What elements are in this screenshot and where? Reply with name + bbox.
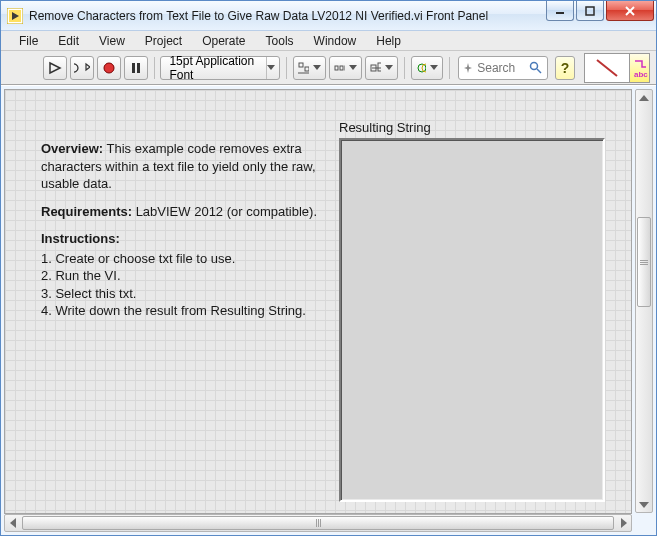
svg-text:abc: abc xyxy=(634,70,648,79)
svg-marker-34 xyxy=(10,518,16,528)
scroll-up-arrow-icon[interactable] xyxy=(636,90,652,107)
svg-rect-13 xyxy=(299,63,303,67)
close-button[interactable] xyxy=(606,1,654,21)
menu-operate[interactable]: Operate xyxy=(192,32,255,50)
pause-button[interactable] xyxy=(124,56,148,80)
vi-icon-pane[interactable] xyxy=(584,53,630,83)
window-controls xyxy=(544,1,654,23)
scroll-right-arrow-icon[interactable] xyxy=(614,515,631,531)
minimize-button[interactable] xyxy=(546,1,574,21)
instruction-step-4: 4. Write down the result from Resulting … xyxy=(41,302,341,320)
scroll-left-arrow-icon[interactable] xyxy=(5,515,22,531)
svg-line-30 xyxy=(537,69,541,73)
chevron-down-icon xyxy=(313,65,321,70)
instruction-step-2: 2. Run the VI. xyxy=(41,267,341,285)
svg-marker-8 xyxy=(86,64,90,70)
menu-tools[interactable]: Tools xyxy=(256,32,304,50)
chevron-down-icon xyxy=(385,65,393,70)
run-button[interactable] xyxy=(43,56,67,80)
search-placeholder: Search xyxy=(477,61,525,75)
svg-marker-35 xyxy=(621,518,627,528)
svg-marker-16 xyxy=(313,65,321,70)
hscroll-thumb[interactable] xyxy=(22,516,614,530)
connector-pane-button[interactable]: abc xyxy=(630,53,650,83)
svg-marker-7 xyxy=(50,63,60,73)
chevron-down-icon xyxy=(266,57,276,79)
pin-icon xyxy=(463,63,473,73)
scroll-down-arrow-icon[interactable] xyxy=(636,495,652,512)
toolbar-separator xyxy=(154,57,155,79)
svg-rect-17 xyxy=(335,66,338,70)
hscroll-track[interactable] xyxy=(22,515,614,531)
vscroll-track[interactable] xyxy=(636,107,652,495)
overview-label: Overview: xyxy=(41,141,103,156)
menu-view[interactable]: View xyxy=(89,32,135,50)
font-label: 15pt Application Font xyxy=(169,54,259,82)
run-continuously-button[interactable] xyxy=(70,56,94,80)
vertical-scrollbar[interactable] xyxy=(635,89,653,513)
svg-rect-14 xyxy=(305,67,309,71)
toolbar-right-group: abc xyxy=(578,53,650,83)
reorder-button[interactable] xyxy=(411,56,444,80)
resulting-string-indicator[interactable] xyxy=(339,138,605,502)
svg-point-29 xyxy=(531,62,538,69)
resize-objects-button[interactable] xyxy=(365,56,398,80)
menu-window[interactable]: Window xyxy=(304,32,367,50)
abort-button[interactable] xyxy=(97,56,121,80)
toolbar: 15pt Application Font xyxy=(1,51,656,85)
svg-marker-28 xyxy=(464,63,472,73)
align-objects-button[interactable] xyxy=(293,56,326,80)
toolbar-separator xyxy=(404,57,405,79)
svg-rect-22 xyxy=(378,63,381,71)
resulting-string-label: Resulting String xyxy=(339,120,431,135)
titlebar: Remove Characters from Text File to Give… xyxy=(1,1,656,31)
svg-marker-37 xyxy=(639,502,649,508)
vscroll-thumb[interactable] xyxy=(637,217,651,307)
svg-marker-20 xyxy=(349,65,357,70)
requirements-label: Requirements: xyxy=(41,204,132,219)
client-area: Overview: This example code removes extr… xyxy=(1,85,656,535)
svg-rect-10 xyxy=(132,63,135,73)
svg-point-9 xyxy=(104,63,114,73)
search-icon xyxy=(529,61,543,75)
instruction-step-1: 1. Create or choose txt file to use. xyxy=(41,250,341,268)
svg-rect-4 xyxy=(586,7,594,15)
chevron-down-icon xyxy=(430,65,438,70)
context-help-button[interactable]: ? xyxy=(555,56,575,80)
font-selector[interactable]: 15pt Application Font xyxy=(160,56,280,80)
labview-icon xyxy=(7,8,23,24)
svg-rect-11 xyxy=(137,63,140,73)
panel-wrap: Overview: This example code removes extr… xyxy=(1,86,635,535)
svg-marker-24 xyxy=(385,65,393,70)
menu-help[interactable]: Help xyxy=(366,32,411,50)
svg-marker-27 xyxy=(430,65,438,70)
toolbar-separator xyxy=(449,57,450,79)
toolbar-separator xyxy=(286,57,287,79)
instructions-label: Instructions: xyxy=(41,231,120,246)
chevron-down-icon xyxy=(349,65,357,70)
horizontal-scrollbar[interactable] xyxy=(4,514,632,532)
svg-marker-12 xyxy=(267,65,275,70)
search-box[interactable]: Search xyxy=(458,56,548,80)
instruction-step-3: 3. Select this txt. xyxy=(41,285,341,303)
info-text-block: Overview: This example code removes extr… xyxy=(41,140,341,320)
app-window: Remove Characters from Text File to Give… xyxy=(0,0,657,536)
menu-project[interactable]: Project xyxy=(135,32,192,50)
window-title: Remove Characters from Text File to Give… xyxy=(29,9,544,23)
menu-file[interactable]: File xyxy=(9,32,48,50)
menubar: File Edit View Project Operate Tools Win… xyxy=(1,31,656,51)
menu-edit[interactable]: Edit xyxy=(48,32,89,50)
svg-rect-18 xyxy=(340,66,343,70)
requirements-text: LabVIEW 2012 (or compatible). xyxy=(132,204,317,219)
front-panel[interactable]: Overview: This example code removes extr… xyxy=(4,89,632,514)
maximize-button[interactable] xyxy=(576,1,604,21)
distribute-objects-button[interactable] xyxy=(329,56,362,80)
svg-marker-36 xyxy=(639,95,649,101)
